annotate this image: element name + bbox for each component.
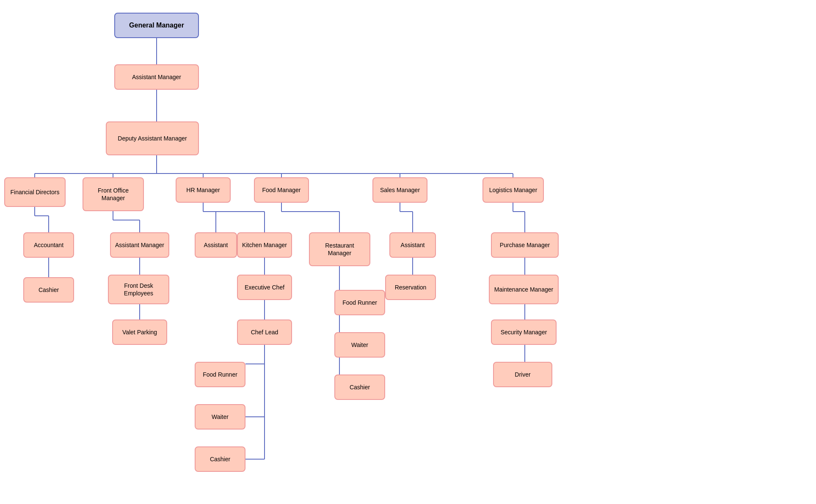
food-runner-rm-node: Food Runner	[334, 290, 385, 315]
financial-directors-node: Financial Directors	[4, 177, 66, 207]
assistant-sales-node: Assistant	[389, 232, 436, 258]
reservation-node: Reservation	[385, 275, 436, 300]
food-runner-km-node: Food Runner	[195, 362, 245, 387]
cashier-km-node: Cashier	[195, 446, 245, 472]
accountant-node: Accountant	[23, 232, 74, 258]
chef-lead-node: Chef Lead	[237, 319, 292, 345]
maintenance-manager-node: Maintenance Manager	[489, 275, 559, 304]
logistics-manager-node: Logistics Manager	[482, 177, 544, 203]
assistant-manager2-node: Assistant Manager	[110, 232, 169, 258]
waiter-km-node: Waiter	[195, 404, 245, 430]
sales-manager-node: Sales Manager	[372, 177, 427, 203]
assistant-hr-node: Assistant	[195, 232, 237, 258]
kitchen-manager-node: Kitchen Manager	[237, 232, 292, 258]
cashier-rm-node: Cashier	[334, 375, 385, 400]
executive-chef-node: Executive Chef	[237, 275, 292, 300]
assistant-manager-node: Assistant Manager	[114, 64, 199, 90]
hr-manager-node: HR Manager	[176, 177, 231, 203]
waiter-rm-node: Waiter	[334, 332, 385, 358]
restaurant-manager-node: Restaurant Manager	[309, 232, 370, 266]
driver-node: Driver	[493, 362, 552, 387]
valet-parking-node: Valet Parking	[112, 319, 167, 345]
front-office-manager-node: Front Office Manager	[83, 177, 144, 211]
cashier-fd-node: Cashier	[23, 277, 74, 303]
org-chart: General ManagerAssistant ManagerDeputy A…	[0, 0, 816, 504]
purchase-manager-node: Purchase Manager	[491, 232, 559, 258]
food-manager-node: Food Manager	[254, 177, 309, 203]
general-manager-node: General Manager	[114, 13, 199, 38]
deputy-assistant-manager-node: Deputy Assistant Manager	[106, 121, 199, 155]
security-manager-node: Security Manager	[491, 319, 557, 345]
front-desk-employees-node: Front Desk Employees	[108, 275, 169, 304]
